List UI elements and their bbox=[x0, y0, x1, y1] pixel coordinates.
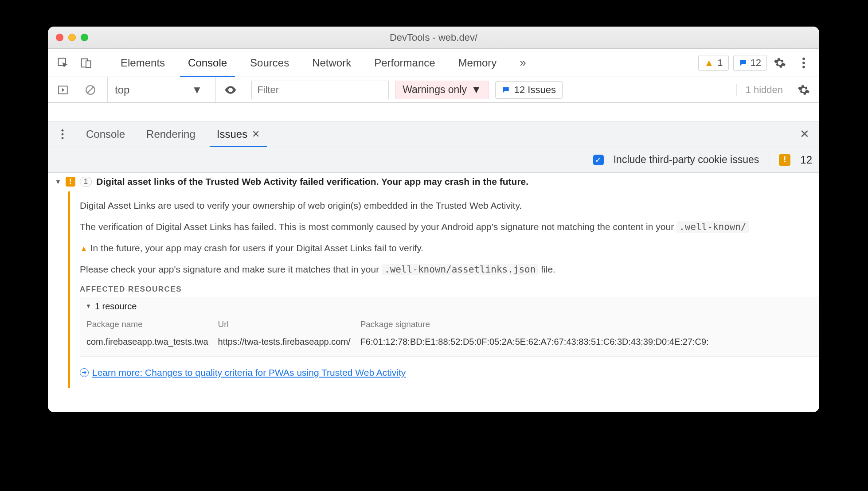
include-third-party-checkbox[interactable]: ✓ bbox=[593, 155, 604, 165]
close-drawer-icon[interactable]: ✕ bbox=[795, 127, 814, 141]
tab-label: Sources bbox=[250, 57, 289, 69]
warning-triangle-icon: ▲ bbox=[80, 244, 88, 253]
toggle-sidebar-icon[interactable] bbox=[55, 82, 71, 98]
cell-package-name: com.firebaseapp.twa_tests.twa bbox=[86, 333, 217, 350]
tab-network[interactable]: Network bbox=[301, 49, 363, 77]
chevron-down-icon: ▼ bbox=[192, 84, 202, 96]
drawer-tab-rendering[interactable]: Rendering bbox=[137, 121, 205, 147]
chevrons-icon: » bbox=[520, 56, 526, 70]
col-package-name: Package name bbox=[86, 316, 217, 333]
issues-toolbar: ✓ Include third-party cookie issues ! 12 bbox=[48, 147, 819, 173]
message-icon bbox=[502, 86, 510, 94]
live-expression-icon[interactable] bbox=[215, 77, 245, 102]
resource-toggle[interactable]: ▼ 1 resource bbox=[86, 300, 813, 313]
log-level-value: Warnings only bbox=[403, 84, 467, 96]
zoom-window-button[interactable] bbox=[81, 34, 88, 41]
tabs-overflow[interactable]: » bbox=[508, 49, 537, 77]
cell-signature: F6:01:12:78:BD:E1:88:52:D5:0F:05:2A:5E:6… bbox=[360, 333, 718, 350]
tab-label: Network bbox=[312, 57, 351, 69]
issue-item: ▼ ! 1 Digital asset links of the Trusted… bbox=[48, 173, 819, 388]
issue-badge-icon: ! bbox=[779, 154, 790, 166]
issue-paragraph: Digital Asset Links are used to verify y… bbox=[80, 199, 819, 213]
settings-gear-icon[interactable] bbox=[772, 55, 787, 70]
issue-paragraph: Please check your app's signature and ma… bbox=[80, 262, 819, 277]
device-toggle-icon[interactable] bbox=[78, 55, 94, 71]
drawer-tab-issues[interactable]: Issues ✕ bbox=[207, 121, 270, 147]
issues-panel: ▼ ! 1 Digital asset links of the Trusted… bbox=[48, 173, 819, 412]
resource-toggle-label: 1 resource bbox=[95, 300, 137, 313]
devtools-window: DevTools - web.dev/ Elements Console Sou… bbox=[48, 27, 819, 412]
status-chips: ▲ 1 12 bbox=[698, 55, 767, 71]
issue-header[interactable]: ▼ ! 1 Digital asset links of the Trusted… bbox=[55, 176, 819, 187]
issue-occurrence-count: 1 bbox=[80, 177, 92, 187]
svg-point-10 bbox=[62, 137, 64, 139]
chevron-down-icon: ▼ bbox=[471, 84, 481, 96]
cell-url[interactable]: https://twa-tests.firebaseapp.com/ bbox=[218, 333, 360, 350]
main-toolbar: Elements Console Sources Network Perform… bbox=[48, 49, 819, 77]
svg-point-5 bbox=[802, 66, 805, 68]
close-tab-icon[interactable]: ✕ bbox=[252, 129, 260, 140]
tab-performance[interactable]: Performance bbox=[363, 49, 446, 77]
issues-chip[interactable]: 12 Issues bbox=[495, 81, 563, 99]
separator bbox=[769, 152, 769, 168]
console-filter-toolbar: top ▼ Warnings only ▼ 12 Issues 1 hidden bbox=[48, 77, 819, 103]
issue-text: file. bbox=[538, 264, 555, 274]
tab-label: Memory bbox=[458, 57, 497, 69]
drawer-tab-label: Rendering bbox=[146, 128, 195, 140]
filter-input[interactable] bbox=[251, 81, 389, 99]
include-third-party-label: Include third-party cookie issues bbox=[614, 154, 759, 166]
traffic-lights bbox=[56, 34, 88, 41]
affected-resources-block: ▼ 1 resource Package name Url Package si… bbox=[80, 297, 819, 357]
clear-console-icon[interactable] bbox=[82, 82, 98, 98]
disclosure-triangle-icon: ▼ bbox=[86, 302, 91, 311]
affected-resources-heading: AFFECTED RESOURCES bbox=[80, 284, 819, 295]
main-tabs: Elements Console Sources Network Perform… bbox=[109, 49, 696, 77]
issue-text: In the future, your app may crash for us… bbox=[90, 243, 423, 253]
tab-sources[interactable]: Sources bbox=[239, 49, 301, 77]
svg-point-9 bbox=[62, 133, 64, 135]
total-issue-count: 12 bbox=[800, 154, 812, 166]
issue-paragraph: The verification of Digital Asset Links … bbox=[80, 220, 819, 234]
table-row: com.firebaseapp.twa_tests.twa https://tw… bbox=[86, 333, 718, 350]
affected-resources-table: Package name Url Package signature com.f… bbox=[86, 316, 719, 351]
inspect-element-icon[interactable] bbox=[55, 55, 71, 71]
drawer-tab-label: Issues bbox=[217, 128, 247, 140]
message-icon bbox=[739, 59, 747, 67]
context-value: top bbox=[115, 84, 129, 96]
log-level-select[interactable]: Warnings only ▼ bbox=[395, 81, 489, 99]
tab-memory[interactable]: Memory bbox=[447, 49, 508, 77]
col-package-signature: Package signature bbox=[360, 316, 718, 333]
warning-triangle-icon: ▲ bbox=[704, 57, 714, 69]
drawer-more-icon[interactable] bbox=[55, 127, 70, 142]
window-title: DevTools - web.dev/ bbox=[48, 32, 819, 43]
console-settings-gear-icon[interactable] bbox=[796, 82, 811, 97]
more-menu-icon[interactable] bbox=[796, 55, 811, 70]
issue-text: The verification of Digital Asset Links … bbox=[80, 222, 676, 232]
svg-rect-2 bbox=[86, 61, 91, 67]
issue-text: Please check your app's signature and ma… bbox=[80, 264, 382, 274]
issue-body: Digital Asset Links are used to verify y… bbox=[68, 191, 819, 388]
warnings-chip[interactable]: ▲ 1 bbox=[698, 55, 728, 71]
learn-more-link[interactable]: ➔ Learn more: Changes to quality criteri… bbox=[80, 366, 819, 380]
svg-point-3 bbox=[802, 57, 805, 60]
drawer-tab-label: Console bbox=[86, 128, 125, 140]
tab-elements[interactable]: Elements bbox=[109, 49, 176, 77]
minimize-window-button[interactable] bbox=[68, 34, 76, 41]
drawer-tab-console[interactable]: Console bbox=[76, 121, 135, 147]
warnings-count: 1 bbox=[717, 57, 723, 69]
console-output-empty bbox=[48, 103, 819, 121]
context-selector[interactable]: top ▼ bbox=[107, 77, 209, 102]
svg-point-4 bbox=[802, 62, 805, 64]
hidden-count[interactable]: 1 hidden bbox=[736, 84, 783, 96]
drawer-tabs: Console Rendering Issues ✕ ✕ bbox=[48, 121, 819, 147]
tab-label: Console bbox=[188, 57, 227, 69]
tab-console[interactable]: Console bbox=[176, 49, 239, 77]
close-window-button[interactable] bbox=[56, 34, 63, 41]
arrow-circle-icon: ➔ bbox=[80, 368, 89, 377]
issue-severity-icon: ! bbox=[66, 177, 75, 187]
disclosure-triangle-icon[interactable]: ▼ bbox=[55, 178, 61, 185]
learn-more-text: Learn more: Changes to quality criteria … bbox=[92, 366, 406, 380]
issues-chip-label: 12 Issues bbox=[514, 84, 556, 96]
messages-chip[interactable]: 12 bbox=[733, 55, 767, 71]
code-path: .well-known/assetlinks.json bbox=[382, 264, 538, 275]
